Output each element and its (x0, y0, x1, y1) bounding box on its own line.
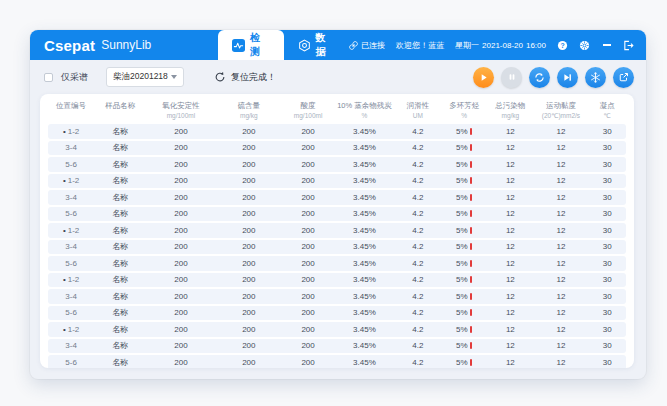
cell-value: 200 (146, 174, 215, 189)
table-row[interactable]: 5-6名称2002002003.45%4.25%121230 (48, 256, 626, 271)
table-row[interactable]: •1-2名称2002002003.45%4.25%121230 (48, 124, 626, 139)
cell-value: 200 (216, 174, 282, 189)
cell-position: 3-4 (48, 141, 94, 156)
table-row[interactable]: 3-4名称2002002003.45%4.25%121230 (48, 141, 626, 156)
sample-select[interactable]: 柴油20201218 (106, 67, 184, 87)
svg-text:?: ? (560, 41, 564, 48)
cell-value: 200 (146, 157, 215, 172)
cell-value: 12 (487, 355, 533, 368)
cell-value: 3.45% (334, 141, 395, 156)
column-header: 凝点℃ (588, 98, 626, 122)
cell-position: •1-2 (48, 174, 94, 189)
cell-value: 12 (487, 223, 533, 238)
cell-value: 3.45% (334, 256, 395, 271)
column-header: 样品名称 (94, 98, 146, 122)
table-row[interactable]: 3-4名称2002002003.45%4.25%121230 (48, 240, 626, 255)
cell-value: 4.2 (395, 141, 441, 156)
table-row[interactable]: 3-4名称2002002003.45%4.25%121230 (48, 190, 626, 205)
sync-button[interactable] (529, 67, 550, 88)
brand-logo: Csepat SunnyLib (44, 30, 204, 60)
cell-value: 200 (282, 124, 334, 139)
cell-sample-name: 名称 (94, 322, 146, 337)
cell-value: 5% (441, 141, 487, 156)
cell-value: 5% (441, 223, 487, 238)
connection-status: 已连接 (349, 40, 385, 51)
table-row[interactable]: 5-6名称2002002003.45%4.25%121230 (48, 355, 626, 368)
cell-value: 30 (588, 273, 626, 288)
cell-value: 12 (487, 306, 533, 321)
datetime: 星期一 2021-08-20 16:00 (455, 40, 546, 51)
cell-value: 4.2 (395, 273, 441, 288)
cell-value: 200 (282, 190, 334, 205)
alert-flag-icon (470, 326, 473, 333)
table-row[interactable]: •1-2名称2002002003.45%4.25%121230 (48, 174, 626, 189)
pause-button[interactable] (501, 67, 522, 88)
table-row[interactable]: 3-4名称2002002003.45%4.25%121230 (48, 339, 626, 354)
table-row[interactable]: •1-2名称2002002003.45%4.25%121230 (48, 223, 626, 238)
cell-sample-name: 名称 (94, 223, 146, 238)
toolbar: 仅采谱 柴油20201218 复位完成！ (30, 60, 646, 94)
tab-data[interactable]: 数据 (284, 30, 350, 60)
table-row[interactable]: 5-6名称2002002003.45%4.25%121230 (48, 207, 626, 222)
cell-position: •1-2 (48, 322, 94, 337)
logout-icon[interactable] (623, 40, 634, 51)
export-button[interactable] (613, 67, 634, 88)
help-icon[interactable]: ? (557, 40, 568, 51)
cell-value: 200 (146, 355, 215, 368)
skip-button[interactable] (557, 67, 578, 88)
spectrum-only-checkbox[interactable] (44, 73, 53, 82)
cell-value: 30 (588, 207, 626, 222)
cell-value: 12 (533, 273, 588, 288)
table-row[interactable]: 5-6名称2002002003.45%4.25%121230 (48, 306, 626, 321)
cell-value: 5% (441, 174, 487, 189)
alert-flag-icon (470, 177, 473, 184)
minimize-icon[interactable] (601, 40, 612, 51)
cell-value: 12 (533, 339, 588, 354)
column-header: 10% 蒸余物残炭% (334, 98, 395, 122)
table-row[interactable]: 3-4名称2002002003.45%4.25%121230 (48, 289, 626, 304)
cell-value: 12 (533, 355, 588, 368)
freeze-button[interactable] (585, 67, 606, 88)
cell-value: 12 (533, 322, 588, 337)
cell-value: 5% (441, 339, 487, 354)
cell-value: 200 (146, 240, 215, 255)
cell-value: 30 (588, 256, 626, 271)
cell-position: 5-6 (48, 355, 94, 368)
cell-position: •1-2 (48, 124, 94, 139)
table-row[interactable]: 5-6名称2002002003.45%4.25%121230 (48, 157, 626, 172)
cell-value: 12 (533, 223, 588, 238)
cell-sample-name: 名称 (94, 256, 146, 271)
alert-flag-icon (470, 342, 473, 349)
table-row[interactable]: •1-2名称2002002003.45%4.25%121230 (48, 322, 626, 337)
cell-position: 3-4 (48, 240, 94, 255)
cell-value: 200 (282, 289, 334, 304)
cell-position: 3-4 (48, 190, 94, 205)
cell-value: 4.2 (395, 339, 441, 354)
settings-icon[interactable] (579, 40, 590, 51)
cell-value: 30 (588, 355, 626, 368)
cell-value: 3.45% (334, 157, 395, 172)
cell-value: 12 (487, 174, 533, 189)
cell-position: •1-2 (48, 273, 94, 288)
cell-value: 4.2 (395, 207, 441, 222)
start-button[interactable] (473, 67, 494, 88)
welcome-text: 欢迎您！蓝蓝 (396, 40, 444, 51)
cell-value: 5% (441, 289, 487, 304)
table-row[interactable]: •1-2名称2002002003.45%4.25%121230 (48, 273, 626, 288)
cell-value: 3.45% (334, 339, 395, 354)
column-header: 氧化安定性mg/100ml (146, 98, 215, 122)
cell-value: 4.2 (395, 256, 441, 271)
row-marker-icon: • (63, 275, 66, 284)
reset-icon[interactable] (214, 71, 226, 83)
cell-sample-name: 名称 (94, 289, 146, 304)
cell-value: 3.45% (334, 124, 395, 139)
cell-value: 12 (533, 174, 588, 189)
cell-value: 5% (441, 355, 487, 368)
cell-value: 3.45% (334, 355, 395, 368)
tab-detect[interactable]: 检测 (218, 30, 284, 60)
cell-value: 5% (441, 256, 487, 271)
cell-value: 200 (216, 355, 282, 368)
cell-value: 200 (216, 289, 282, 304)
cell-value: 200 (146, 339, 215, 354)
cell-value: 200 (282, 240, 334, 255)
